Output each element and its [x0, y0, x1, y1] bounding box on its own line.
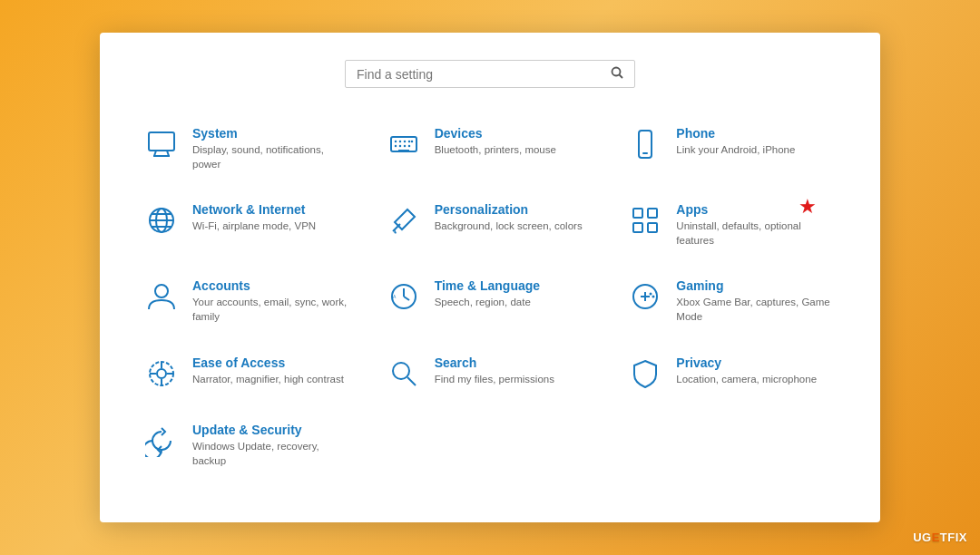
privacy-icon: [627, 355, 663, 392]
item-desc-gaming: Xbox Game Bar, captures, Game Mode: [676, 295, 837, 324]
item-title-accounts: Accounts: [192, 278, 353, 293]
watermark-suffix: TFIX: [940, 531, 967, 544]
settings-item-network[interactable]: Network & Internet Wi-Fi, airplane mode,…: [136, 191, 360, 258]
item-desc-network: Wi-Fi, airplane mode, VPN: [192, 219, 316, 233]
item-text-network: Network & Internet Wi-Fi, airplane mode,…: [192, 202, 316, 233]
svg-rect-27: [633, 223, 642, 232]
item-desc-time: Speech, region, date: [435, 295, 540, 309]
watermark: UGETFIX: [913, 531, 967, 544]
item-title-time: Time & Language: [435, 278, 540, 293]
item-text-system: System Display, sound, notifications, po…: [192, 126, 353, 171]
settings-grid: System Display, sound, notifications, po…: [136, 115, 844, 479]
item-text-devices: Devices Bluetooth, printers, mouse: [435, 126, 556, 157]
settings-item-apps[interactable]: Apps Uninstall, defaults, optional featu…: [620, 191, 844, 258]
settings-item-update[interactable]: Update & Security Windows Update, recove…: [136, 412, 360, 479]
ease-icon: [143, 355, 180, 392]
star-icon: ★: [799, 197, 817, 217]
item-title-search: Search: [435, 355, 554, 370]
search-icon: [386, 355, 422, 392]
settings-item-devices[interactable]: Devices Bluetooth, printers, mouse: [378, 115, 603, 182]
brush-icon: [386, 202, 422, 239]
item-text-gaming: Gaming Xbox Game Bar, captures, Game Mod…: [676, 278, 837, 324]
keyboard-icon: [386, 126, 422, 162]
settings-item-phone[interactable]: Phone Link your Android, iPhone: [620, 115, 844, 182]
item-text-accounts: Accounts Your accounts, email, sync, wor…: [192, 278, 353, 324]
item-title-privacy: Privacy: [676, 355, 817, 370]
svg-line-32: [404, 297, 409, 300]
watermark-prefix: UG: [913, 531, 932, 544]
svg-line-46: [407, 377, 416, 385]
watermark-accent: E: [932, 531, 940, 544]
globe-icon: [143, 202, 180, 239]
apps-icon: [627, 202, 663, 239]
settings-item-search[interactable]: Search Find my files, permissions: [378, 345, 603, 403]
settings-window: System Display, sound, notifications, po…: [100, 33, 880, 522]
svg-point-29: [155, 285, 168, 297]
settings-item-time[interactable]: A Time & Language Speech, region, date: [378, 268, 603, 335]
time-icon: A: [386, 278, 422, 315]
settings-item-accounts[interactable]: Accounts Your accounts, email, sync, wor…: [136, 268, 360, 335]
monitor-icon: [143, 126, 180, 162]
person-icon: [143, 278, 180, 315]
item-title-update: Update & Security: [192, 423, 353, 437]
item-text-privacy: Privacy Location, camera, microphone: [676, 355, 817, 386]
item-text-update: Update & Security Windows Update, recove…: [192, 423, 353, 468]
item-desc-privacy: Location, camera, microphone: [676, 372, 817, 386]
item-desc-search: Find my files, permissions: [435, 372, 554, 386]
svg-point-40: [157, 369, 166, 378]
svg-point-38: [652, 296, 655, 298]
settings-item-personalization[interactable]: Personalization Background, lock screen,…: [378, 191, 603, 258]
item-text-time: Time & Language Speech, region, date: [435, 278, 540, 309]
item-title-devices: Devices: [435, 126, 556, 141]
item-title-network: Network & Internet: [192, 202, 316, 217]
item-desc-system: Display, sound, notifications, power: [192, 142, 353, 171]
item-title-phone: Phone: [676, 126, 795, 141]
svg-point-45: [393, 363, 409, 379]
settings-item-ease[interactable]: Ease of Access Narrator, magnifier, high…: [136, 345, 360, 403]
item-text-ease: Ease of Access Narrator, magnifier, high…: [192, 355, 344, 386]
svg-rect-26: [648, 209, 657, 218]
search-input[interactable]: [357, 67, 611, 82]
svg-line-1: [620, 75, 623, 79]
item-text-personalization: Personalization Background, lock screen,…: [435, 202, 583, 233]
item-title-ease: Ease of Access: [192, 355, 344, 370]
svg-point-37: [650, 293, 652, 296]
item-desc-devices: Bluetooth, printers, mouse: [435, 142, 556, 157]
item-desc-accounts: Your accounts, email, sync, work, family: [192, 295, 353, 324]
item-desc-phone: Link your Android, iPhone: [676, 142, 795, 157]
item-desc-ease: Narrator, magnifier, high contrast: [192, 372, 344, 386]
item-desc-personalization: Background, lock screen, colors: [435, 219, 583, 233]
svg-rect-28: [648, 223, 657, 232]
search-bar[interactable]: [345, 60, 635, 88]
item-desc-update: Windows Update, recovery, backup: [192, 439, 353, 468]
svg-point-0: [612, 68, 621, 76]
update-icon: [143, 423, 180, 459]
phone-icon: [627, 126, 663, 162]
svg-rect-6: [391, 137, 416, 151]
svg-text:A: A: [393, 294, 397, 299]
search-icon: [611, 66, 623, 82]
item-text-phone: Phone Link your Android, iPhone: [676, 126, 795, 157]
settings-item-privacy[interactable]: Privacy Location, camera, microphone: [620, 345, 844, 403]
item-title-personalization: Personalization: [435, 202, 583, 217]
item-desc-apps: Uninstall, defaults, optional features: [676, 219, 837, 248]
item-title-system: System: [192, 126, 353, 141]
gaming-icon: [627, 278, 663, 315]
svg-rect-25: [633, 209, 642, 218]
item-text-search: Search Find my files, permissions: [435, 355, 554, 386]
item-title-gaming: Gaming: [676, 278, 837, 293]
settings-item-gaming[interactable]: Gaming Xbox Game Bar, captures, Game Mod…: [620, 268, 844, 335]
svg-rect-2: [149, 132, 174, 151]
settings-item-system[interactable]: System Display, sound, notifications, po…: [136, 115, 360, 182]
